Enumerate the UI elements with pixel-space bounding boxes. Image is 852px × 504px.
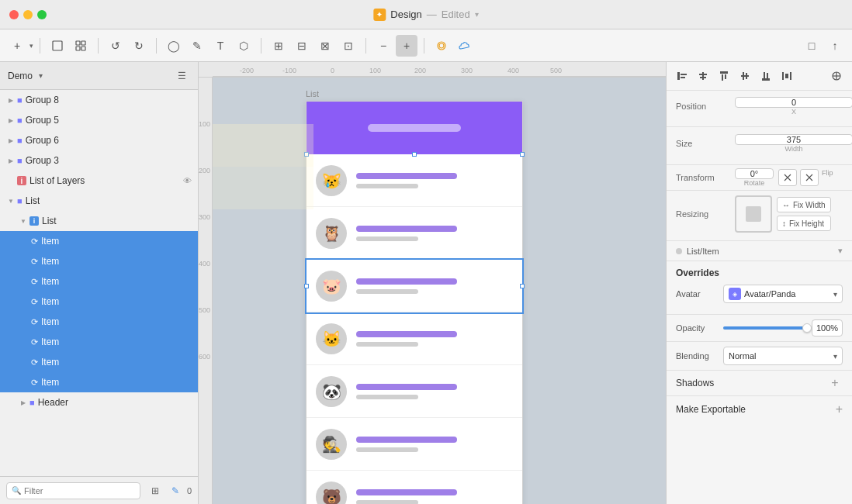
shadows-row: Shadows + — [667, 371, 852, 396]
align-middle-btn[interactable] — [736, 67, 754, 85]
add-button[interactable]: + — [6, 35, 28, 57]
list-row-4[interactable]: 🐱 — [307, 312, 522, 365]
symbol-icon-item2: ⟳ — [31, 257, 38, 267]
shape-tools: ◯ ✎ T ⬡ — [163, 35, 255, 57]
flip-vertical-btn[interactable] — [800, 169, 819, 186]
layer-item-5[interactable]: ⟳ Item — [0, 312, 198, 332]
resize-handle-mr[interactable] — [520, 284, 525, 288]
align-right-button[interactable]: ⊟ — [291, 35, 313, 57]
zoom-in-button[interactable]: + — [396, 35, 417, 57]
expand-group5[interactable]: ▶ — [6, 116, 16, 125]
list-row-3[interactable]: 🐷 — [307, 260, 522, 312]
filter-wrapper[interactable]: 🔍 — [6, 482, 140, 499]
workspace-name[interactable]: Demo — [8, 71, 33, 81]
image-button[interactable]: ⬡ — [233, 35, 255, 57]
layer-item-3[interactable]: ⟳ Item — [0, 271, 198, 292]
title-dropdown-icon[interactable]: ▾ — [475, 10, 479, 19]
layer-header[interactable]: ▶ ■ Header — [0, 392, 198, 413]
list-mockup[interactable]: 😿 🦉 🐷 — [306, 101, 523, 504]
canvas-content[interactable]: List 😿 — [213, 78, 666, 504]
layer-list[interactable]: ▼ ■ List — [0, 191, 198, 211]
list-row-2[interactable]: 🦉 — [307, 207, 522, 260]
folder-icon-group3: ■ — [17, 156, 23, 165]
opacity-fill — [723, 326, 807, 330]
hide-sidebar-button[interactable]: ☰ — [173, 67, 190, 85]
distribute-button[interactable]: ⊠ — [314, 35, 336, 57]
filter-input[interactable] — [24, 486, 135, 495]
align-top-btn[interactable] — [715, 67, 733, 85]
expand-group6[interactable]: ▶ — [6, 136, 16, 145]
svg-rect-22 — [782, 72, 784, 80]
fix-height-btn[interactable]: ↕ Fix Height — [777, 216, 831, 231]
canvas-area[interactable]: -200 -100 0 100 200 300 400 500 100 200 … — [199, 62, 666, 504]
app-icon: ✦ — [373, 9, 386, 21]
blending-select[interactable]: Normal ▾ — [723, 347, 843, 365]
visibility-icon[interactable]: 👁 — [183, 176, 192, 185]
align-bottom-btn[interactable] — [757, 67, 775, 85]
workspace-dropdown-icon[interactable]: ▾ — [39, 71, 43, 80]
add-shadow-button[interactable]: + — [827, 375, 843, 391]
opacity-slider[interactable] — [723, 326, 807, 330]
layer-item-2[interactable]: ⟳ Item — [0, 251, 198, 271]
symbol-icon-item8: ⟳ — [31, 378, 38, 388]
layer-item-6[interactable]: ⟳ Item — [0, 332, 198, 352]
pen-button[interactable]: ✎ — [186, 35, 208, 57]
share-button[interactable] — [431, 35, 452, 57]
layout-btn[interactable] — [827, 67, 846, 85]
expand-list[interactable]: ▼ — [6, 196, 16, 205]
text-button[interactable]: T — [210, 35, 231, 57]
rotate-input[interactable] — [735, 168, 774, 179]
layer-group6[interactable]: ▶ ■ Group 6 — [0, 130, 198, 150]
list-row-1[interactable]: 😿 — [307, 154, 522, 207]
layer-name-group3: Group 3 — [26, 155, 59, 166]
fix-width-btn[interactable]: ↔ Fix Width — [777, 197, 831, 212]
edit-button[interactable]: ✎ — [167, 482, 184, 499]
inspector-button[interactable]: □ — [801, 35, 823, 57]
close-button[interactable] — [9, 10, 19, 19]
list-row-6[interactable]: 🕵 — [307, 418, 522, 471]
expand-list-inner[interactable]: ▼ — [19, 216, 28, 226]
redo-button[interactable]: ↻ — [128, 35, 150, 57]
position-x-input[interactable] — [735, 97, 852, 108]
expand-header[interactable]: ▶ — [19, 398, 28, 407]
export-button[interactable]: ↑ — [824, 35, 846, 57]
layer-item-1[interactable]: ⟳ Item — [0, 231, 198, 251]
avatar-override-select[interactable]: ◈ Avatar/Panda ▾ — [723, 285, 843, 303]
list-row-5[interactable]: 🐼 — [307, 365, 522, 418]
undo-button[interactable]: ↺ — [105, 35, 126, 57]
layer-list-of-layers[interactable]: ▶ i List of Layers 👁 — [0, 171, 198, 191]
component-chevron-icon[interactable]: ▾ — [838, 246, 843, 256]
spacing-button[interactable]: ⊡ — [338, 35, 359, 57]
expand-group3[interactable]: ▶ — [6, 156, 16, 165]
copy-button[interactable]: ⊞ — [147, 482, 164, 499]
layer-list-inner[interactable]: ▼ i List — [0, 211, 198, 231]
components-button[interactable] — [70, 35, 92, 57]
layer-group5[interactable]: ▶ ■ Group 5 — [0, 110, 198, 130]
resize-handle-ml[interactable] — [304, 284, 309, 288]
layers-button[interactable] — [47, 35, 68, 57]
expand-group8[interactable]: ▶ — [6, 95, 16, 105]
list-row-7[interactable]: 🐻 — [307, 471, 522, 504]
app-title: ✦ Design — Edited ▾ — [373, 9, 478, 21]
align-left-btn[interactable] — [673, 67, 691, 85]
layer-item-4[interactable]: ⟳ Item — [0, 292, 198, 312]
expand-list-of-layers[interactable]: ▶ — [6, 176, 16, 185]
align-left-button[interactable]: ⊞ — [268, 35, 289, 57]
zoom-minus-button[interactable]: − — [372, 35, 394, 57]
distribute-h-btn[interactable] — [778, 67, 796, 85]
add-exportable-button[interactable]: + — [836, 402, 843, 416]
maximize-button[interactable] — [37, 10, 47, 19]
opacity-thumb[interactable] — [802, 323, 812, 333]
component-ref-row[interactable]: List/Item ▾ — [667, 241, 852, 261]
flip-horizontal-btn[interactable] — [778, 169, 797, 186]
layer-group3[interactable]: ▶ ■ Group 3 — [0, 150, 198, 171]
layer-group8[interactable]: ▶ ■ Group 8 — [0, 90, 198, 110]
layer-item-7[interactable]: ⟳ Item — [0, 352, 198, 372]
minimize-button[interactable] — [23, 10, 33, 19]
size-width-input[interactable] — [735, 134, 852, 145]
line-long-3 — [356, 278, 457, 285]
shape-button[interactable]: ◯ — [163, 35, 185, 57]
align-center-btn[interactable] — [694, 67, 712, 85]
cloud-button[interactable] — [454, 35, 476, 57]
layer-item-8[interactable]: ⟳ Item — [0, 372, 198, 392]
